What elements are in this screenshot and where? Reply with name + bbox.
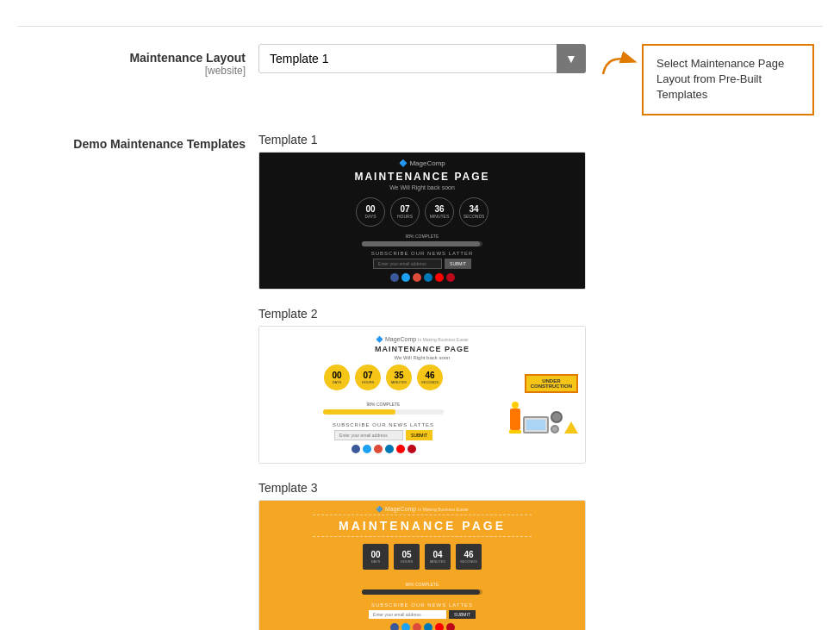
template-1-days: 00 DAYS [356, 197, 385, 227]
maintenance-layout-control-col: Template 1 Template 2 Template 3 ▼ [258, 44, 823, 115]
template-2-newsletter-row: SUBMIT [334, 430, 432, 440]
twitter-icon-t2 [363, 445, 371, 453]
linkedin-icon-t2 [385, 445, 394, 453]
pinterest-icon [446, 273, 455, 282]
demo-templates-label: Demo Maintenance Templates [17, 133, 258, 151]
template-1-label: Template 1 [258, 133, 823, 147]
top-divider [17, 26, 823, 27]
googleplus-icon-t2 [374, 445, 383, 453]
template-2-title: MAINTENANCE PAGE [375, 345, 470, 353]
tooltip-area: Select Maintenance Page Layout from Pre-… [599, 44, 814, 115]
page-container: Maintenance Layout [website] Template 1 … [0, 0, 840, 630]
facebook-icon-t3 [390, 623, 399, 630]
template-1-progress-bar: 98% COMPLETE [362, 234, 482, 246]
template-2-seconds: 46 SECONDS [417, 365, 443, 390]
youtube-icon-t3 [435, 623, 444, 630]
template-2-minutes: 35 MINUTES [386, 365, 412, 390]
template-1-item: Template 1 🔷 MageComp MAINTENANCE PAGE W… [258, 133, 823, 290]
template-3-newsletter-label: SUBSCRIBE OUR NEWS LATTES [371, 602, 473, 608]
tooltip-box: Select Maintenance Page Layout from Pre-… [642, 44, 814, 115]
template-2-right: UNDERCONSTRUCTION [509, 374, 578, 443]
template-2-label: Template 2 [258, 307, 823, 321]
construction-illustration [509, 402, 578, 434]
curved-arrow-icon [599, 44, 642, 78]
facebook-icon [390, 273, 399, 282]
template-2-subtitle: We Will Right back soon [395, 355, 451, 360]
template-3-orange-bg: 🔷 MageComp In Making Business Easier MAI… [259, 501, 585, 630]
twitter-icon [401, 273, 410, 282]
maintenance-layout-row: Maintenance Layout [website] Template 1 … [17, 44, 823, 115]
template-2-logo: 🔷 MageComp In Making Business Easier [376, 336, 469, 343]
warning-triangle [564, 421, 578, 434]
arrow-wrapper [599, 44, 642, 81]
template-1-countdown: 00 DAYS 07 HOURS 36 MINUTES [356, 197, 488, 227]
template-2-countdown: 00 DAYS 07 HOURS 35 MINU [324, 365, 443, 390]
template-3-seconds: 46 SECONDS [456, 544, 482, 570]
template-3-countdown: 00 DAYS 05 HOURS 04 MINUTES [363, 544, 482, 570]
template-3-preview[interactable]: 🔷 MageComp In Making Business Easier MAI… [258, 500, 586, 630]
maintenance-layout-label-col: Maintenance Layout [website] [17, 44, 258, 77]
twitter-icon-t3 [401, 623, 410, 630]
template-3-submit-btn[interactable]: SUBMIT [449, 610, 476, 619]
pinterest-icon-t2 [408, 445, 416, 453]
template-1-hours: 07 HOURS [390, 197, 420, 227]
template-3-newsletter-row: SUBMIT [369, 610, 476, 619]
template-1-minutes: 36 MINUTES [425, 197, 454, 227]
template-1-preview[interactable]: 🔷 MageComp MAINTENANCE PAGE We Will Righ… [258, 152, 586, 290]
template-1-newsletter-row: SUBMIT [373, 259, 471, 269]
template-3-email-input[interactable] [369, 610, 446, 619]
template-3-minutes: 04 MINUTES [425, 544, 451, 570]
template-1-newsletter-label: SUBSCRIBE OUR NEWS LATTER [371, 251, 474, 256]
template-select[interactable]: Template 1 Template 2 Template 3 [258, 44, 586, 73]
tooltip-text: Select Maintenance Page Layout from Pre-… [656, 57, 784, 101]
gears [551, 411, 563, 434]
pinterest-icon-t3 [446, 623, 455, 630]
template-1-social-icons [390, 273, 455, 282]
template-2-progress-bar: 98% COMPLETE [323, 402, 444, 415]
demo-templates-row: Demo Maintenance Templates Template 1 🔷 … [17, 133, 823, 630]
gear-large [551, 411, 563, 423]
template-3-logo: 🔷 MageComp In Making Business Easier [376, 506, 469, 513]
template-3-social-icons [390, 623, 455, 630]
template-1-logo: 🔷 MageComp [399, 159, 445, 167]
gear-small [551, 425, 559, 434]
youtube-icon-t2 [396, 445, 405, 453]
template-3-days: 00 DAYS [363, 544, 389, 570]
template-2-content: 00 DAYS 07 HOURS 35 MINU [266, 365, 578, 453]
template-2-submit-btn[interactable]: SUBMIT [406, 430, 432, 440]
template-1-submit-btn[interactable]: SUBMIT [445, 259, 471, 269]
template-2-item: Template 2 🔷 MageComp In Making Business… [258, 307, 823, 464]
under-construction-badge: UNDERCONSTRUCTION [525, 374, 578, 393]
template-2-newsletter-label: SUBSCRIBE OUR NEWS LATTES [333, 422, 434, 427]
template-2-preview[interactable]: 🔷 MageComp In Making Business Easier MAI… [258, 326, 586, 464]
template-select-wrapper: Template 1 Template 2 Template 3 ▼ [258, 44, 586, 73]
template-1-dark-bg: 🔷 MageComp MAINTENANCE PAGE We Will Righ… [259, 153, 585, 289]
googleplus-icon [413, 273, 421, 282]
laptop-figure [523, 416, 549, 434]
template-3-label: Template 3 [258, 481, 823, 495]
template-2-bg: 🔷 MageComp In Making Business Easier MAI… [259, 327, 585, 463]
template-2-social-icons [352, 445, 416, 453]
template-3-hours: 05 HOURS [394, 544, 420, 570]
maintenance-layout-sublabel: [website] [17, 65, 246, 77]
facebook-icon-t2 [352, 445, 360, 453]
template-1-seconds: 34 SECONDS [459, 197, 488, 227]
templates-col: Template 1 🔷 MageComp MAINTENANCE PAGE W… [258, 133, 823, 630]
template-2-email-input[interactable] [334, 430, 403, 440]
youtube-icon [435, 273, 444, 282]
template-1-subtitle: We Will Right back soon [389, 184, 455, 190]
template-2-days: 00 DAYS [324, 365, 350, 390]
template-3-title: MAINTENANCE PAGE [313, 515, 532, 537]
template-3-progress-bar: 98% COMPLETE [362, 582, 482, 595]
maintenance-layout-label: Maintenance Layout [17, 51, 246, 65]
template-2-left: 00 DAYS 07 HOURS 35 MINU [266, 365, 501, 453]
googleplus-icon-t3 [413, 623, 421, 630]
template-3-item: Template 3 🔷 MageComp In Making Business… [258, 481, 823, 630]
worker-figure [509, 402, 521, 434]
template-1-title: MAINTENANCE PAGE [354, 171, 489, 183]
linkedin-icon-t3 [424, 623, 432, 630]
template-1-email-input[interactable] [373, 259, 442, 269]
linkedin-icon [424, 273, 432, 282]
template-2-hours: 07 HOURS [355, 365, 381, 390]
